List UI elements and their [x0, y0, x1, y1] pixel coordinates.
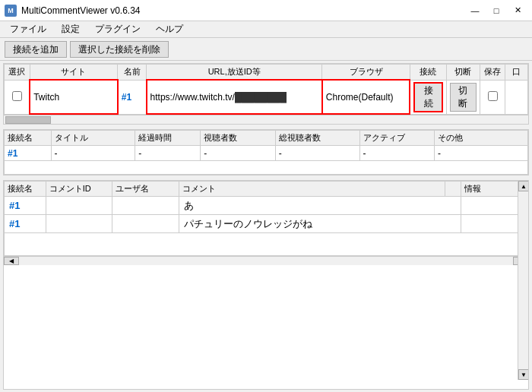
connection-table: 選択 サイト 名前 URL,放送ID等 ブラウザ 接続 切断 保存 口 — [4, 64, 528, 115]
row-url: https://www.twitch.tv/████████ — [150, 92, 287, 103]
comment-col-id: コメントID — [46, 182, 112, 197]
col-site: サイト — [30, 65, 118, 81]
minimize-button[interactable]: — — [465, 3, 485, 18]
row-checkbox-cell — [5, 80, 30, 114]
stats-col-conn: 接続名 — [5, 131, 52, 146]
stats-col-viewers: 視聴者数 — [201, 131, 275, 146]
comment-vscroll[interactable]: ▲ ▼ — [518, 181, 528, 380]
comment-row-empty — [5, 233, 528, 256]
stats-table: 接続名 タイトル 経過時間 視聴者数 総視聴者数 アクティブ その他 #1 - — [4, 130, 528, 175]
menu-settings[interactable]: 設定 — [55, 21, 87, 38]
table-row: Twitch #1 https://www.twitch.tv/████████… — [5, 80, 528, 114]
stats-col-other: その他 — [434, 131, 527, 146]
conn-scrollbar[interactable] — [4, 115, 528, 124]
row-disconnect-cell: 切断 — [446, 80, 480, 114]
stats-col-active: アクティブ — [359, 131, 434, 146]
comment-section: 接続名 コメントID ユーザ名 コメント 情報 #1 あ — [3, 180, 529, 390]
col-browser: ブラウザ — [322, 65, 410, 81]
row-extra-cell — [505, 80, 528, 114]
connect-button[interactable]: 接続 — [413, 82, 442, 112]
comment-table: 接続名 コメントID ユーザ名 コメント 情報 #1 あ — [4, 181, 528, 256]
stats-col-total: 総視聴者数 — [275, 131, 359, 146]
col-extra: 口 — [505, 65, 528, 81]
row-site: Twitch — [33, 92, 59, 103]
stats-conn: #1 — [5, 146, 52, 161]
delete-connection-button[interactable]: 選択した接続を削除 — [70, 41, 169, 58]
stats-title: - — [51, 146, 135, 161]
col-connect: 接続 — [410, 65, 446, 81]
window-controls: — □ ✕ — [465, 3, 527, 18]
stats-viewers: - — [201, 146, 275, 161]
toolbar: 接続を追加 選択した接続を削除 — [0, 38, 532, 61]
stats-col-elapsed: 経過時間 — [135, 131, 201, 146]
col-select: 選択 — [5, 65, 30, 81]
comment-user-2 — [112, 215, 179, 233]
comment-row-2: #1 パチュリーのノウレッジがね — [5, 215, 528, 233]
row-name-cell: #1 — [118, 80, 147, 114]
comment-id-2 — [46, 215, 112, 233]
stats-elapsed: - — [135, 146, 201, 161]
comment-row-1: #1 あ — [5, 197, 528, 215]
row-browser: Chrome(Default) — [326, 92, 394, 103]
col-name: 名前 — [118, 65, 147, 81]
row-browser-cell: Chrome(Default) — [322, 80, 410, 114]
comment-conn-1: #1 — [5, 197, 46, 215]
comment-hscroll[interactable]: ◀ ▶ — [4, 256, 528, 265]
scroll-down-icon[interactable]: ▼ — [518, 369, 529, 380]
menu-help[interactable]: ヘルプ — [149, 21, 190, 38]
col-save: 保存 — [480, 65, 505, 81]
stats-col-title: タイトル — [51, 131, 135, 146]
comment-id-1 — [46, 197, 112, 215]
menu-plugin[interactable]: プラグイン — [88, 21, 147, 38]
conn-scrollbar-thumb — [5, 116, 51, 124]
stats-other: - — [434, 146, 527, 161]
row-name: #1 — [122, 92, 131, 103]
row-checkbox[interactable] — [12, 91, 22, 101]
comment-conn-2: #1 — [5, 215, 46, 233]
add-connection-button[interactable]: 接続を追加 — [5, 41, 67, 58]
comment-text-2: パチュリーのノウレッジがね — [179, 215, 461, 233]
col-url: URL,放送ID等 — [147, 65, 322, 81]
comment-col-conn: 接続名 — [5, 182, 46, 197]
row-save-cell — [480, 80, 505, 114]
app-icon: M — [5, 5, 17, 17]
row-save-checkbox[interactable] — [488, 91, 498, 101]
app-title: MultiCommentViewer v0.6.34 — [21, 5, 141, 16]
title-bar: M MultiCommentViewer v0.6.34 — □ ✕ — [0, 0, 532, 21]
col-disconnect: 切断 — [446, 65, 480, 81]
comment-col-comment: コメント — [179, 182, 445, 197]
maximize-button[interactable]: □ — [486, 3, 506, 18]
comment-col-user: ユーザ名 — [112, 182, 179, 197]
stats-active: - — [359, 146, 434, 161]
comment-user-1 — [112, 197, 179, 215]
row-url-cell: https://www.twitch.tv/████████ — [147, 80, 322, 114]
comment-col-empty — [445, 182, 461, 197]
stats-total-viewers: - — [275, 146, 359, 161]
row-connect-cell: 接続 — [410, 80, 446, 114]
menu-bar: ファイル 設定 プラグイン ヘルプ — [0, 21, 532, 38]
scroll-up-icon[interactable]: ▲ — [518, 181, 529, 191]
row-site-cell: Twitch — [30, 80, 118, 114]
disconnect-button[interactable]: 切断 — [450, 83, 477, 112]
close-button[interactable]: ✕ — [508, 3, 527, 18]
stats-section: 接続名 タイトル 経過時間 視聴者数 総視聴者数 アクティブ その他 #1 - — [3, 129, 529, 175]
comment-text-1: あ — [179, 197, 461, 215]
stats-row: #1 - - - - - — [5, 146, 528, 161]
stats-row-empty — [5, 161, 528, 175]
hscroll-left-icon[interactable]: ◀ — [4, 257, 19, 265]
connection-section: 選択 サイト 名前 URL,放送ID等 ブラウザ 接続 切断 保存 口 — [3, 63, 529, 125]
menu-file[interactable]: ファイル — [3, 21, 53, 38]
